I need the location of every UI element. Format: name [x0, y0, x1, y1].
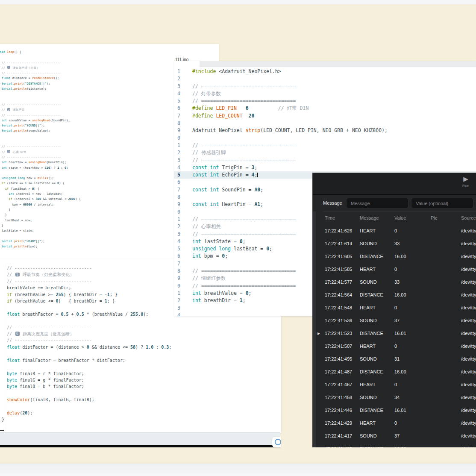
run-button[interactable]: ▶ Run: [458, 174, 473, 193]
code-line: byte finalG = g * finalFactor;: [2, 377, 281, 383]
cell-value: 33: [394, 279, 431, 285]
table-row[interactable]: 17:22:41:507HEART0/dev/tty: [313, 340, 476, 353]
editor-line[interactable]: 7#define LED_COUNT 20: [174, 112, 476, 120]
cell-source: /dev/tty: [461, 369, 476, 374]
editor-line[interactable]: 4const int TrigPin = 3;: [174, 164, 476, 171]
tab-strip[interactable]: [200, 61, 476, 67]
line-code: int breathDir = 1;: [192, 297, 246, 304]
line-code: int breathValue = 0;: [192, 290, 252, 297]
cell-source: /dev/tty: [461, 254, 476, 259]
cell-message: HEART: [360, 305, 394, 310]
table-row[interactable]: 17:22:41:548HEART0/dev/tty: [313, 301, 476, 314]
cell-source: /dev/tty: [461, 395, 476, 400]
editor-line[interactable]: 5// ================================: [174, 97, 476, 105]
code-line: byte finalB = b * finalFactor;: [2, 383, 281, 390]
cell-time: 17:22:41:429: [325, 420, 360, 426]
cell-time: 17:22:41:405: [325, 446, 360, 447]
line-code: // ================================: [192, 142, 296, 149]
table-row[interactable]: 17:22:41:446DISTANCE16.01/dev/tty: [313, 404, 476, 417]
line-number: 3: [174, 83, 183, 90]
cell-time: 17:22:41:577: [325, 279, 360, 285]
code-line: // ------------------------------: [2, 324, 281, 331]
editor-line[interactable]: 8: [174, 120, 476, 127]
line-number: 8: [174, 120, 183, 127]
line-number: 5: [174, 171, 183, 179]
cell-value: 34: [394, 395, 431, 400]
line-number: 2: [174, 75, 183, 82]
editor-line[interactable]: 2: [174, 75, 476, 82]
cell-value: 16.00: [394, 254, 431, 259]
cell-value: 33: [394, 241, 431, 246]
table-row[interactable]: 17:22:41:429HEART0/dev/tty: [313, 417, 476, 429]
cell-message: SOUND: [360, 241, 394, 246]
cell-source: /dev/tty: [461, 228, 476, 233]
line-code: unsigned long lastBeat = 0;: [192, 245, 272, 253]
cell-message: HEART: [360, 267, 394, 272]
code-line: [2, 317, 281, 324]
editor-line[interactable]: 1// ================================: [174, 142, 476, 149]
cell-source: /dev/tty: [461, 241, 476, 246]
table-row[interactable]: 17:22:41:467HEART0/dev/tty: [313, 378, 476, 391]
table-row[interactable]: 17:22:41:417SOUND37/dev/tty: [313, 429, 476, 442]
table-row[interactable]: 17:22:41:605DISTANCE16.00/dev/tty: [313, 250, 476, 263]
cell-time: 17:22:41:626: [325, 228, 360, 233]
value-input[interactable]: [411, 198, 473, 209]
numbered-badge: 6: [15, 332, 20, 336]
line-code: // ================================: [192, 216, 296, 223]
code-line: // 6 距离决定亮度（近亮远暗）: [2, 331, 281, 337]
editor-line[interactable]: 3// ================================: [174, 157, 476, 164]
numbered-badge: 5: [15, 273, 20, 277]
table-row[interactable]: 17:22:41:405DISTANCE16.00/dev/tty: [313, 442, 476, 447]
floating-assistant-button[interactable]: [272, 437, 281, 447]
cell-message: SOUND: [360, 433, 394, 438]
table-row[interactable]: 17:22:41:495SOUND31/dev/tty: [313, 353, 476, 365]
line-number: 3: [174, 231, 183, 238]
code-line: [2, 403, 281, 410]
editor-line[interactable]: 4// 灯带参数: [174, 90, 476, 97]
line-number: 1: [174, 142, 183, 149]
line-number: 9: [174, 275, 183, 282]
table-row[interactable]: 17:22:41:626HEART0/dev/tty: [313, 224, 476, 237]
cell-message: HEART: [360, 382, 394, 387]
message-input[interactable]: [346, 198, 408, 209]
table-body[interactable]: 17:22:41:626HEART0/dev/tty17:22:41:614SO…: [313, 224, 476, 447]
editor-line[interactable]: 2// 传感器引脚: [174, 149, 476, 156]
table-row[interactable]: 17:22:41:585HEART0/dev/tty: [313, 263, 476, 276]
cell-message: DISTANCE: [360, 254, 394, 259]
line-number: 4: [174, 238, 183, 245]
line-number: 3: [174, 157, 183, 164]
numbered-badge: 2: [7, 108, 10, 111]
table-row[interactable]: 17:22:41:536SOUND37/dev/tty: [313, 314, 476, 327]
column-header-value: Value: [394, 215, 431, 220]
code-line: delay(20);: [2, 410, 281, 416]
table-row[interactable]: 17:22:41:564DISTANCE16.00/dev/tty: [313, 288, 476, 301]
line-number: 1: [174, 68, 183, 75]
cell-source: /dev/tty: [461, 331, 476, 336]
line-code: const int SoundPin = A0;: [192, 186, 263, 194]
cell-message: DISTANCE: [360, 408, 394, 413]
table-row[interactable]: 17:22:41:614SOUND33/dev/tty: [313, 237, 476, 250]
line-number: 4: [174, 312, 183, 316]
editor-line[interactable]: 9Adafruit_NeoPixel strip(LED_COUNT, LED_…: [174, 127, 476, 134]
table-header: TimeMessageValuePieSource: [313, 212, 476, 224]
line-number: 7: [174, 112, 183, 120]
cell-message: HEART: [360, 344, 394, 349]
table-row[interactable]: 17:22:41:577SOUND33/dev/tty: [313, 276, 476, 288]
column-header-time: Time: [325, 215, 360, 220]
cell-value: 16.00: [394, 292, 431, 297]
table-row[interactable]: 17:22:41:487DISTANCE16.00/dev/tty: [313, 365, 476, 378]
cell-source: /dev/tty: [461, 292, 476, 297]
cell-source: /dev/tty: [461, 420, 476, 426]
editor-line[interactable]: 0: [174, 135, 476, 142]
table-row[interactable]: 17:22:41:458SOUND34/dev/tty: [313, 391, 476, 404]
line-code: // 心率相关: [192, 223, 221, 230]
editor-line[interactable]: 3// ================================: [174, 83, 476, 90]
editor-line[interactable]: 6#define LED_PIN 6 // 灯带 DIN: [174, 105, 476, 112]
column-header-pie: Pie: [431, 215, 461, 220]
cell-value: 37: [394, 318, 431, 323]
cell-source: /dev/tty: [461, 433, 476, 438]
editor-line[interactable]: 1#include <Adafruit_NeoPixel.h>: [174, 68, 476, 75]
table-row[interactable]: ▶17:22:41:523DISTANCE16.01/dev/tty: [313, 327, 476, 340]
line-number: 6: [174, 253, 183, 260]
line-code: // 传感器引脚: [192, 149, 226, 156]
